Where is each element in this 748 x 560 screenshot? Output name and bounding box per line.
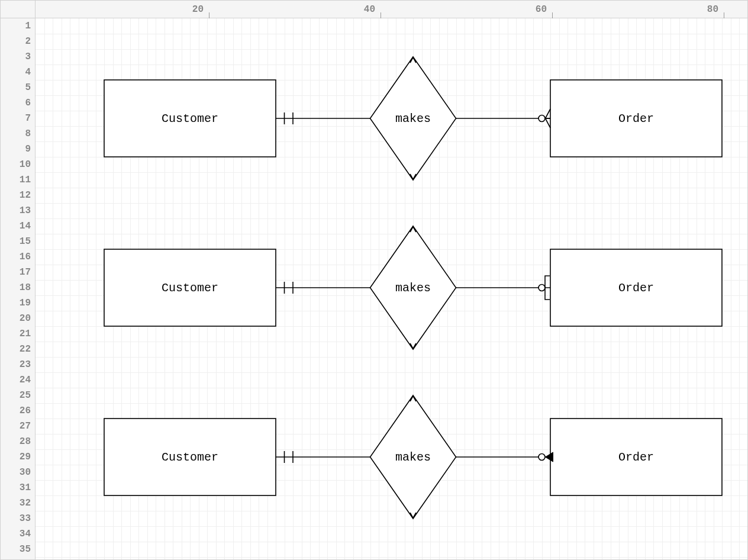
row-label: 32	[1, 495, 33, 511]
row-label: 8	[1, 126, 33, 141]
col-label: 60	[521, 1, 550, 18]
row-label: 4	[1, 65, 33, 80]
cardinality-ring-icon	[539, 285, 545, 291]
row-label: 20	[1, 311, 33, 326]
col-label: 20	[178, 1, 207, 18]
row-label: 26	[1, 403, 33, 419]
entity-label: Customer	[162, 281, 218, 295]
col-label: 80	[692, 1, 722, 18]
row-label: 2	[1, 34, 33, 49]
row-label: 15	[1, 234, 33, 249]
row-label: 10	[1, 157, 33, 172]
row-label: 22	[1, 342, 33, 357]
row-label: 19	[1, 295, 33, 311]
ruler-corner	[1, 1, 36, 18]
row-label: 7	[1, 111, 33, 126]
row-label: 21	[1, 326, 33, 342]
row-label: 28	[1, 434, 33, 449]
row-label: 14	[1, 218, 33, 234]
row-label: 5	[1, 80, 33, 95]
entity-label: Customer	[162, 112, 218, 125]
entity-label: Customer	[162, 450, 218, 464]
row-label: 31	[1, 480, 33, 495]
cardinality-ring-icon	[539, 454, 545, 461]
row-label: 1	[1, 18, 33, 34]
row-label: 12	[1, 188, 33, 203]
relationship-label: makes	[395, 112, 431, 125]
row-label: 34	[1, 526, 33, 542]
row-label: 16	[1, 249, 33, 265]
entity-label: Order	[618, 450, 654, 464]
row-label: 27	[1, 419, 33, 434]
diagram-canvas[interactable]: CustomerOrdermakesCustomerOrdermakesCust…	[36, 18, 747, 559]
cardinality-ring-icon	[539, 115, 545, 122]
row-label: 18	[1, 280, 33, 295]
entity-label: Order	[618, 112, 654, 125]
row-label: 33	[1, 511, 33, 526]
row-label: 23	[1, 357, 33, 372]
relationship-label: makes	[395, 281, 431, 295]
row-label: 25	[1, 388, 33, 403]
row-label: 30	[1, 465, 33, 480]
row-label: 13	[1, 203, 33, 218]
row-label: 6	[1, 95, 33, 111]
row-label: 29	[1, 449, 33, 465]
row-label: 9	[1, 141, 33, 157]
cardinality-crowsfoot-icon	[546, 109, 551, 128]
row-label: 11	[1, 172, 33, 188]
ruler-rows: 1234567891011121314151617181920212223242…	[1, 18, 36, 559]
row-label: 17	[1, 265, 33, 280]
entity-label: Order	[618, 281, 654, 295]
er-diagram: CustomerOrdermakesCustomerOrdermakesCust…	[36, 18, 747, 559]
ruler-columns: 20406080	[36, 1, 747, 18]
col-label: 40	[349, 1, 379, 18]
row-label: 35	[1, 542, 33, 557]
row-label: 3	[1, 49, 33, 65]
row-label: 24	[1, 372, 33, 388]
cardinality-arrow-icon	[546, 452, 553, 462]
relationship-label: makes	[395, 450, 431, 464]
